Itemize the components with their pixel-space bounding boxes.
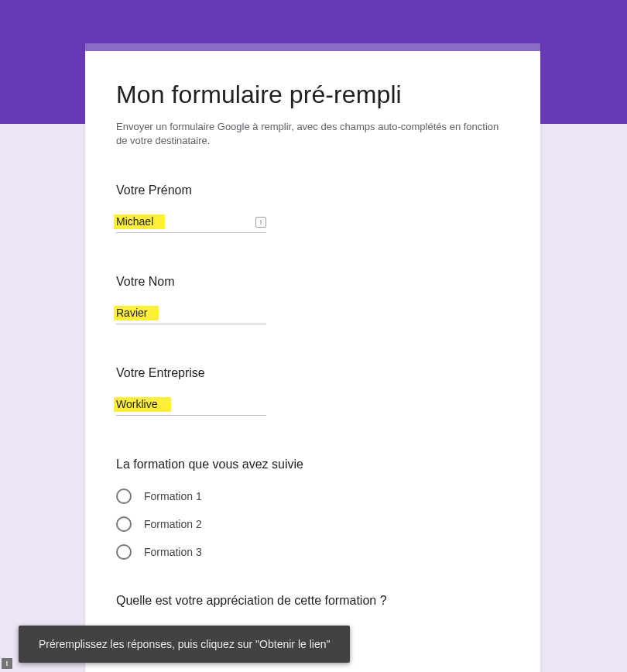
highlight xyxy=(114,397,171,412)
question-label: Votre Entreprise xyxy=(116,366,509,380)
question-label: Quelle est votre appréciation de cette f… xyxy=(116,594,509,608)
highlight xyxy=(114,214,165,229)
form-title: Mon formulaire pré-rempli xyxy=(116,81,509,109)
question-nom: Votre Nom xyxy=(116,275,509,324)
radio-icon xyxy=(116,516,132,532)
radio-label: Formation 3 xyxy=(144,546,202,558)
form-card: Mon formulaire pré-rempli Envoyer un for… xyxy=(85,43,540,672)
question-prenom: Votre Prénom ! xyxy=(116,183,509,233)
radio-option[interactable]: Formation 2 xyxy=(116,516,509,532)
highlight xyxy=(114,306,159,321)
corner-alert-icon[interactable]: ! xyxy=(2,658,12,669)
autofill-icon: ! xyxy=(255,217,266,228)
question-formation: La formation que vous avez suivie Format… xyxy=(116,458,509,560)
input-prenom[interactable] xyxy=(116,215,163,228)
form-description: Envoyer un formulaire Google à remplir, … xyxy=(116,120,509,148)
input-prenom-line[interactable]: ! xyxy=(116,214,266,233)
input-nom-line[interactable] xyxy=(116,306,266,324)
help-tooltip: Préremplissez les réponses, puis cliquez… xyxy=(19,626,350,663)
question-label: La formation que vous avez suivie xyxy=(116,458,509,471)
question-label: Votre Nom xyxy=(116,275,509,289)
input-entreprise[interactable] xyxy=(116,398,169,410)
radio-icon xyxy=(116,544,132,560)
radio-label: Formation 1 xyxy=(144,490,202,502)
radio-icon xyxy=(116,489,132,504)
radio-option[interactable]: Formation 1 xyxy=(116,489,509,504)
input-nom[interactable] xyxy=(116,307,156,319)
radio-label: Formation 2 xyxy=(144,518,202,530)
radio-option[interactable]: Formation 3 xyxy=(116,544,509,560)
question-label: Votre Prénom xyxy=(116,183,509,197)
question-entreprise: Votre Entreprise xyxy=(116,366,509,416)
input-entreprise-line[interactable] xyxy=(116,397,266,416)
